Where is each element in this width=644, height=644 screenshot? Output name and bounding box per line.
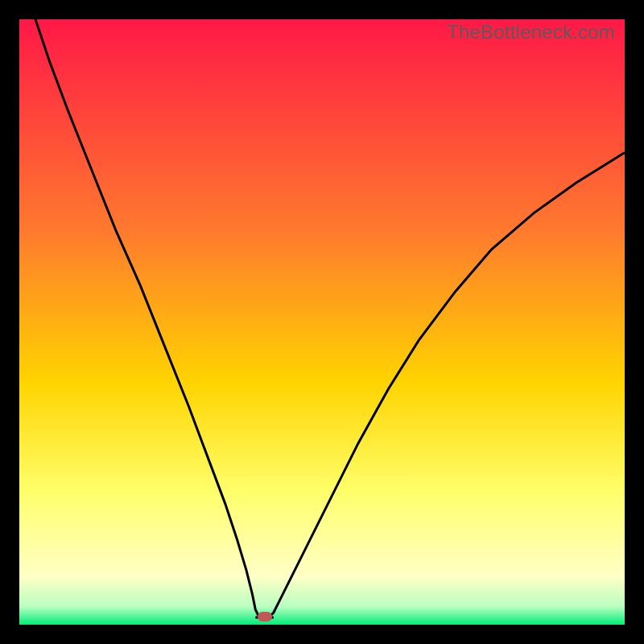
- plot-area: TheBottleneck.com: [19, 19, 625, 625]
- optimal-point-marker: [258, 612, 272, 621]
- chart-frame: { "watermark": "TheBottleneck.com", "col…: [0, 0, 644, 644]
- bottleneck-curve: [19, 19, 625, 625]
